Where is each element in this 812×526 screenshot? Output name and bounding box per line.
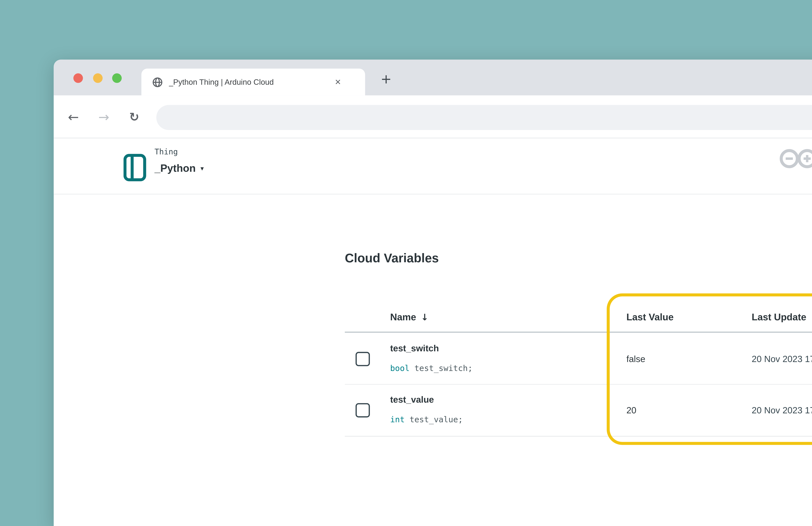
browser-toolbar: ← → ↻ <box>54 96 812 138</box>
type-keyword: int <box>390 414 405 424</box>
browser-window: _Python Thing | Arduino Cloud ✕ + ← → ↻ … <box>54 60 812 526</box>
thing-title-block: Thing _Python ▾ <box>155 147 204 175</box>
minimize-window-button[interactable] <box>93 73 103 83</box>
tab-strip: _Python Thing | Arduino Cloud ✕ + <box>54 60 812 95</box>
table-bottom-divider <box>345 436 812 437</box>
type-keyword: bool <box>390 363 409 373</box>
sidebar-toggle-icon[interactable] <box>124 154 146 181</box>
thing-name: _Python <box>155 162 196 175</box>
chevron-down-icon: ▾ <box>200 165 204 172</box>
reload-icon[interactable]: ↻ <box>122 96 146 138</box>
forward-icon[interactable]: → <box>92 96 116 138</box>
close-tab-icon[interactable]: ✕ <box>335 77 341 87</box>
column-header-name[interactable]: Name ↓ <box>390 312 429 323</box>
variable-declaration: int test_value; <box>390 414 463 424</box>
last-update-cell: 20 Nov 2023 17:00:42 <box>752 405 812 415</box>
close-window-button[interactable] <box>73 73 83 83</box>
declaration-rest: test_value; <box>405 414 463 424</box>
column-name-label: Name <box>390 312 416 323</box>
arduino-logo-icon[interactable] <box>779 147 812 170</box>
back-icon[interactable]: ← <box>61 96 85 138</box>
thing-page-header: Thing _Python ▾ <box>54 138 812 194</box>
declaration-rest: test_switch; <box>409 363 473 373</box>
row-checkbox[interactable] <box>356 352 370 366</box>
browser-tab[interactable]: _Python Thing | Arduino Cloud ✕ <box>142 69 365 95</box>
page-title: Cloud Variables <box>345 251 439 265</box>
variable-declaration: bool test_switch; <box>390 363 473 373</box>
table-header-divider <box>345 332 812 333</box>
variable-name[interactable]: test_value <box>390 394 434 404</box>
globe-icon <box>152 77 163 87</box>
table-row-divider <box>345 384 812 385</box>
thing-name-dropdown[interactable]: _Python ▾ <box>155 162 204 175</box>
tab-title: _Python Thing | Arduino Cloud <box>169 77 330 87</box>
column-header-last-value: Last Value <box>626 312 673 323</box>
last-value-cell: false <box>626 354 645 364</box>
last-update-cell: 20 Nov 2023 17:00:48 <box>752 354 812 364</box>
column-header-last-update: Last Update <box>752 312 806 323</box>
thing-eyebrow-label: Thing <box>155 147 204 156</box>
sort-down-icon: ↓ <box>421 312 429 323</box>
zoom-window-button[interactable] <box>112 73 122 83</box>
url-input[interactable] <box>156 105 812 130</box>
last-value-cell: 20 <box>626 405 636 415</box>
variable-name[interactable]: test_switch <box>390 343 439 353</box>
new-tab-button[interactable]: + <box>381 73 392 86</box>
row-checkbox[interactable] <box>356 403 370 418</box>
desktop-background: _Python Thing | Arduino Cloud ✕ + ← → ↻ … <box>0 0 812 526</box>
